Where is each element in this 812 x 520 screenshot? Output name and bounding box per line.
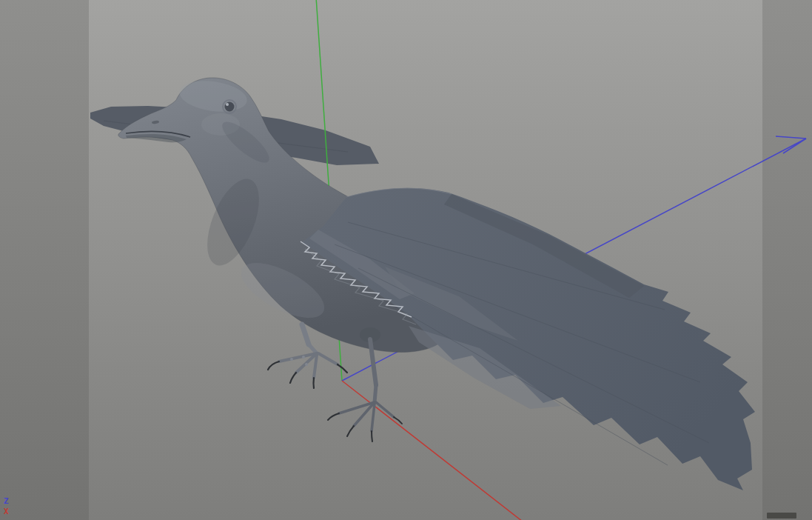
eye-glint [226, 103, 229, 106]
x-axis-line [342, 381, 523, 520]
far-foot-claws [328, 413, 402, 441]
axis-orientation-labels: Z X [4, 496, 9, 517]
z-axis-arrowhead [776, 136, 806, 153]
far-leg[interactable] [328, 339, 402, 441]
far-foot-toes [339, 402, 394, 431]
z-axis-label: Z [4, 496, 9, 507]
near-foot-claws [268, 361, 347, 388]
scale-indicator [767, 513, 796, 519]
crow-eye [223, 100, 236, 113]
viewport-3d[interactable]: Z X [0, 0, 812, 520]
scene-canvas[interactable] [0, 0, 812, 520]
x-axis-label: X [4, 507, 9, 517]
near-foot-toes [279, 353, 338, 378]
crow-model[interactable] [118, 77, 755, 490]
eye-pupil [225, 102, 235, 112]
